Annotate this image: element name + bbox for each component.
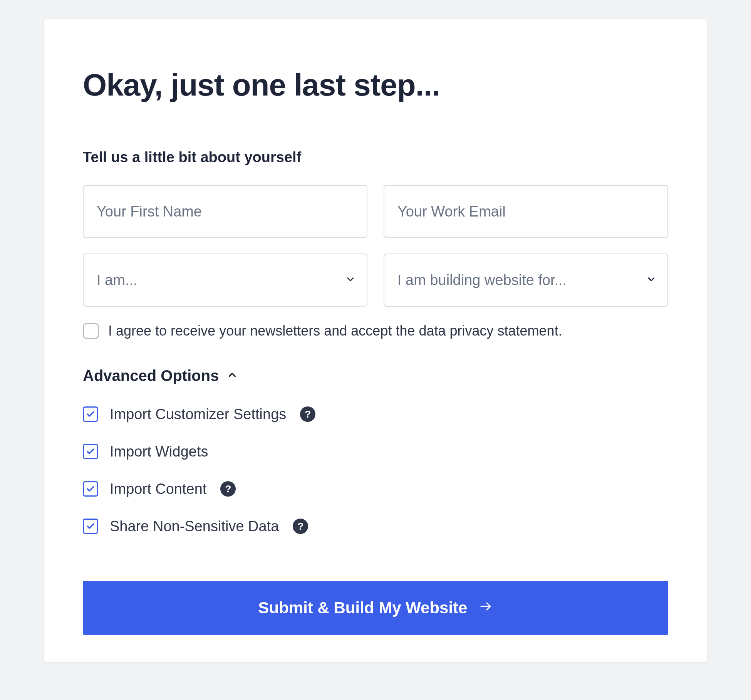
option-import-customizer: Import Customizer Settings ?	[83, 406, 668, 423]
input-row-1	[83, 185, 668, 238]
building-for-select[interactable]: I am building website for...	[384, 253, 668, 307]
consent-checkbox[interactable]	[83, 323, 99, 339]
email-input[interactable]	[384, 185, 668, 238]
option-label: Import Customizer Settings	[110, 406, 286, 423]
option-checkbox[interactable]	[83, 519, 98, 534]
check-icon	[86, 484, 95, 494]
advanced-options-list: Import Customizer Settings ? Import Widg…	[83, 406, 668, 535]
help-icon[interactable]: ?	[300, 406, 315, 422]
option-checkbox[interactable]	[83, 481, 98, 497]
consent-row: I agree to receive your newsletters and …	[83, 322, 668, 340]
help-icon[interactable]: ?	[293, 519, 308, 534]
section-label: Tell us a little bit about yourself	[83, 149, 668, 166]
submit-button[interactable]: Submit & Build My Website	[83, 581, 668, 635]
role-select-wrap: I am...	[83, 253, 367, 307]
check-icon	[86, 410, 95, 419]
option-import-content: Import Content ?	[83, 481, 668, 497]
building-for-select-wrap: I am building website for...	[384, 253, 668, 307]
arrow-right-icon	[479, 599, 493, 617]
option-checkbox[interactable]	[83, 444, 98, 459]
consent-label: I agree to receive your newsletters and …	[108, 322, 562, 340]
option-label: Import Widgets	[110, 443, 208, 460]
role-select[interactable]: I am...	[83, 253, 367, 307]
option-label: Import Content	[110, 481, 206, 497]
input-row-2: I am... I am building website for...	[83, 253, 668, 307]
option-label: Share Non-Sensitive Data	[110, 518, 279, 535]
option-checkbox[interactable]	[83, 406, 98, 422]
onboarding-card: Okay, just one last step... Tell us a li…	[44, 19, 707, 662]
advanced-options-toggle[interactable]: Advanced Options	[83, 367, 668, 384]
first-name-input[interactable]	[83, 185, 367, 238]
help-icon[interactable]: ?	[220, 481, 236, 497]
chevron-up-icon	[226, 369, 238, 382]
option-import-widgets: Import Widgets	[83, 443, 668, 460]
check-icon	[86, 522, 95, 531]
advanced-options-label: Advanced Options	[83, 367, 219, 384]
option-share-data: Share Non-Sensitive Data ?	[83, 518, 668, 535]
page-title: Okay, just one last step...	[83, 67, 668, 103]
check-icon	[86, 447, 95, 456]
submit-button-label: Submit & Build My Website	[258, 599, 468, 617]
